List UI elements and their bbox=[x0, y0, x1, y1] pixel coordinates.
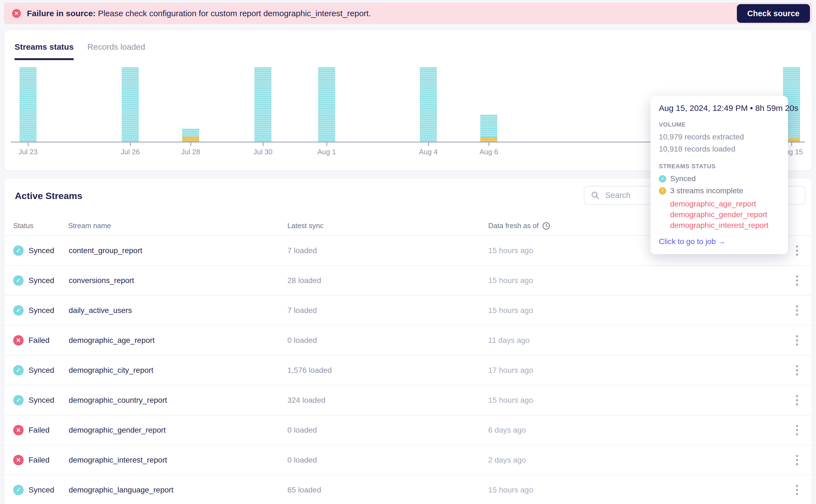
column-stream-name: Stream name bbox=[68, 222, 111, 230]
failed-circle-icon: ✕ bbox=[13, 335, 24, 346]
table-row: ✓Syncedconversions_report28 loaded15 hou… bbox=[4, 266, 812, 296]
status-label: Synced bbox=[29, 276, 54, 285]
row-menu-kebab-icon[interactable] bbox=[792, 302, 803, 319]
status-label: Synced bbox=[29, 396, 54, 405]
axis-label: Aug 4 bbox=[419, 148, 438, 156]
bar-synced-segment bbox=[480, 115, 497, 137]
latest-sync-value: 65 loaded bbox=[287, 486, 321, 494]
page: ✕ Failure in source: Please check config… bbox=[0, 0, 816, 504]
bar-synced-segment bbox=[420, 67, 437, 142]
active-streams-title: Active Streams bbox=[15, 191, 82, 201]
row-menu-kebab-icon[interactable] bbox=[792, 272, 803, 289]
table-row: ✓Synceddemographic_country_report324 loa… bbox=[4, 385, 812, 415]
stream-name: demographic_interest_report bbox=[69, 456, 167, 464]
stream-name: demographic_gender_report bbox=[69, 426, 166, 435]
status-label: Synced bbox=[29, 366, 54, 375]
stream-name: demographic_age_report bbox=[69, 336, 155, 345]
latest-sync-value: 28 loaded bbox=[287, 276, 321, 285]
row-menu-kebab-icon[interactable] bbox=[792, 482, 803, 498]
incomplete-stream-link[interactable]: demographic_age_report bbox=[670, 198, 780, 209]
data-fresh-value: 6 days ago bbox=[488, 426, 526, 435]
check-source-button[interactable]: Check source bbox=[737, 4, 810, 23]
check-circle-icon: ✓ bbox=[659, 175, 666, 183]
row-menu-kebab-icon[interactable] bbox=[792, 332, 803, 349]
latest-sync-value: 0 loaded bbox=[287, 426, 317, 435]
bar-synced-segment bbox=[182, 129, 199, 137]
table-row: ✓Synceddemographic_language_report65 loa… bbox=[4, 475, 812, 504]
axis-tick bbox=[130, 142, 131, 146]
incomplete-stream-link[interactable]: demographic_gender_report bbox=[670, 209, 780, 220]
row-menu-kebab-icon[interactable] bbox=[792, 242, 803, 259]
column-data-fresh: Data fresh as of bbox=[488, 222, 550, 230]
go-to-job-link[interactable]: Click to go to job → bbox=[659, 237, 780, 246]
axis-tick bbox=[488, 142, 489, 146]
error-circle-icon: ✕ bbox=[12, 9, 21, 18]
axis-tick bbox=[28, 142, 29, 146]
axis-label: Jul 23 bbox=[18, 148, 37, 156]
chart-bar-jul-28[interactable] bbox=[182, 129, 199, 142]
axis-tick bbox=[326, 142, 327, 146]
tooltip-synced-row: ✓ Synced bbox=[659, 174, 780, 183]
tooltip-incomplete-row: ! 3 streams incomplete bbox=[659, 186, 780, 195]
stream-name: content_group_report bbox=[69, 246, 142, 255]
axis-label: Jul 28 bbox=[181, 148, 200, 156]
chart-bar-aug-1[interactable] bbox=[318, 67, 335, 142]
status-label: Failed bbox=[29, 456, 49, 464]
latest-sync-value: 1,576 loaded bbox=[287, 366, 332, 375]
check-circle-icon: ✓ bbox=[13, 275, 24, 286]
chart-bar-aug-6[interactable] bbox=[480, 115, 497, 142]
status-label: Synced bbox=[29, 486, 54, 494]
tooltip-records-loaded: 10,918 records loaded bbox=[659, 145, 780, 153]
stream-name: demographic_language_report bbox=[69, 486, 173, 494]
bar-synced-segment bbox=[122, 67, 139, 142]
latest-sync-value: 7 loaded bbox=[287, 306, 317, 315]
error-message: Failure in source: Please check configur… bbox=[27, 9, 371, 18]
status-label: Synced bbox=[29, 246, 54, 255]
chart-bar-jul-30[interactable] bbox=[255, 67, 272, 142]
data-fresh-value: 15 hours ago bbox=[488, 486, 533, 494]
row-menu-kebab-icon[interactable] bbox=[792, 392, 803, 408]
axis-label: Jul 26 bbox=[121, 148, 139, 156]
tooltip-volume-label: VOLUME bbox=[659, 121, 780, 128]
error-message-rest: Please check configuration for custom re… bbox=[96, 9, 371, 18]
chart-bar-aug-4[interactable] bbox=[420, 67, 437, 142]
latest-sync-value: 7 loaded bbox=[287, 246, 317, 255]
check-circle-icon: ✓ bbox=[13, 365, 24, 376]
tooltip-synced-label: Synced bbox=[670, 174, 696, 183]
failed-circle-icon: ✕ bbox=[13, 425, 24, 435]
bar-synced-segment bbox=[19, 67, 37, 142]
row-menu-kebab-icon[interactable] bbox=[792, 452, 803, 468]
axis-label: Jul 30 bbox=[253, 148, 272, 156]
data-fresh-value: 15 hours ago bbox=[488, 246, 533, 255]
column-latest-sync: Latest sync bbox=[287, 222, 324, 230]
error-message-bold: Failure in source: bbox=[27, 9, 96, 18]
row-menu-kebab-icon[interactable] bbox=[792, 362, 803, 379]
streams-table: Status Stream name Latest sync Data fres… bbox=[4, 220, 812, 504]
stream-name: conversions_report bbox=[69, 276, 134, 285]
data-fresh-value: 15 hours ago bbox=[488, 306, 533, 315]
status-label: Failed bbox=[29, 336, 49, 345]
chart-bar-jul-26[interactable] bbox=[122, 67, 139, 142]
data-fresh-value: 11 days ago bbox=[488, 336, 530, 345]
check-circle-icon: ✓ bbox=[13, 395, 24, 405]
check-circle-icon: ✓ bbox=[13, 485, 24, 495]
incomplete-stream-link[interactable]: demographic_interest_report bbox=[670, 220, 780, 231]
tooltip-title: Aug 15, 2024, 12:49 PM • 8h 59m 20s bbox=[659, 103, 780, 113]
column-data-fresh-label: Data fresh as of bbox=[488, 222, 539, 230]
error-banner: ✕ Failure in source: Please check config… bbox=[4, 3, 812, 24]
failed-circle-icon: ✕ bbox=[13, 455, 24, 465]
check-circle-icon: ✓ bbox=[13, 245, 24, 256]
warning-circle-icon: ! bbox=[659, 187, 666, 195]
bar-incomplete-segment bbox=[182, 137, 199, 142]
latest-sync-value: 324 loaded bbox=[287, 396, 326, 405]
data-fresh-value: 17 hours ago bbox=[488, 366, 533, 375]
axis-tick bbox=[190, 142, 191, 146]
chart-bar-jul-23[interactable] bbox=[19, 67, 37, 142]
axis-tick bbox=[263, 142, 264, 146]
table-body: ✓Syncedcontent_group_report7 loaded15 ho… bbox=[4, 236, 812, 504]
tooltip-records-extracted: 10,979 records extracted bbox=[659, 133, 780, 141]
bar-synced-segment bbox=[255, 67, 272, 142]
row-menu-kebab-icon[interactable] bbox=[792, 422, 803, 438]
bar-incomplete-segment bbox=[480, 137, 497, 142]
search-icon bbox=[591, 191, 600, 200]
